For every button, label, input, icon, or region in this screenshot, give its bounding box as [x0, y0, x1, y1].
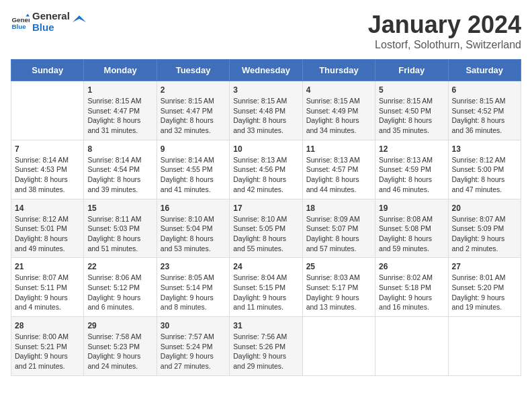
- sunrise-text: Sunrise: 8:15 AM: [161, 97, 214, 105]
- sunset-text: Sunset: 5:07 PM: [306, 224, 359, 232]
- title-area: January 2024 Lostorf, Solothurn, Switzer…: [368, 11, 521, 51]
- day-cell: 25Sunrise: 8:03 AMSunset: 5:17 PMDayligh…: [302, 258, 375, 317]
- sunrise-text: Sunrise: 8:13 AM: [233, 156, 287, 164]
- sunrise-text: Sunrise: 8:07 AM: [15, 273, 69, 281]
- sunset-text: Sunset: 5:26 PM: [233, 342, 285, 351]
- sunrise-text: Sunrise: 8:09 AM: [306, 215, 360, 223]
- day-number: 19: [379, 203, 444, 213]
- daylight-text: Daylight: 8 hoursand 42 minutes.: [233, 175, 286, 193]
- sunrise-text: Sunrise: 8:08 AM: [379, 215, 433, 223]
- sunrise-text: Sunrise: 8:15 AM: [452, 97, 506, 105]
- daylight-text: Daylight: 8 hoursand 31 minutes.: [87, 116, 140, 134]
- daylight-text: Daylight: 9 hoursand 8 minutes.: [161, 293, 214, 312]
- day-number: 4: [306, 85, 371, 95]
- header-friday: Friday: [375, 60, 448, 81]
- daylight-text: Daylight: 8 hoursand 55 minutes.: [233, 234, 286, 253]
- sunset-text: Sunset: 5:17 PM: [306, 283, 359, 291]
- sunrise-text: Sunrise: 8:10 AM: [161, 215, 214, 223]
- page-header: General Blue General Blue January 2024 L…: [11, 11, 521, 51]
- week-row-3: 14Sunrise: 8:12 AMSunset: 5:01 PMDayligh…: [11, 199, 521, 258]
- sunset-text: Sunset: 5:18 PM: [379, 283, 431, 291]
- day-number: 2: [161, 85, 226, 95]
- day-cell: 10Sunrise: 8:13 AMSunset: 4:56 PMDayligh…: [230, 140, 302, 199]
- daylight-text: Daylight: 8 hoursand 32 minutes.: [161, 116, 214, 134]
- sunrise-text: Sunrise: 8:15 AM: [233, 97, 287, 105]
- day-cell: [302, 317, 375, 376]
- day-cell: 28Sunrise: 8:00 AMSunset: 5:21 PMDayligh…: [11, 317, 84, 376]
- daylight-text: Daylight: 8 hoursand 53 minutes.: [161, 234, 214, 253]
- day-detail: Sunrise: 8:10 AMSunset: 5:04 PMDaylight:…: [161, 214, 226, 254]
- day-detail: Sunrise: 8:04 AMSunset: 5:15 PMDaylight:…: [233, 273, 298, 312]
- logo-icon: General Blue: [11, 13, 30, 32]
- day-number: 10: [233, 144, 298, 154]
- week-row-5: 28Sunrise: 8:00 AMSunset: 5:21 PMDayligh…: [11, 317, 521, 376]
- sunrise-text: Sunrise: 8:12 AM: [452, 156, 506, 164]
- sunset-text: Sunset: 4:56 PM: [233, 165, 285, 173]
- daylight-text: Daylight: 8 hoursand 46 minutes.: [379, 175, 432, 193]
- day-detail: Sunrise: 8:02 AMSunset: 5:18 PMDaylight:…: [379, 273, 444, 312]
- sunrise-text: Sunrise: 8:00 AM: [15, 332, 69, 340]
- sunrise-text: Sunrise: 8:06 AM: [87, 273, 141, 281]
- sunrise-text: Sunrise: 7:58 AM: [87, 332, 141, 340]
- sunset-text: Sunset: 5:14 PM: [161, 283, 213, 291]
- day-detail: Sunrise: 8:13 AMSunset: 4:57 PMDaylight:…: [306, 155, 371, 195]
- daylight-text: Daylight: 8 hoursand 59 minutes.: [379, 234, 432, 253]
- sunset-text: Sunset: 5:21 PM: [15, 342, 67, 351]
- week-row-2: 7Sunrise: 8:14 AMSunset: 4:53 PMDaylight…: [11, 140, 521, 199]
- svg-text:Blue: Blue: [11, 22, 26, 30]
- day-detail: Sunrise: 8:07 AMSunset: 5:11 PMDaylight:…: [15, 273, 80, 312]
- day-cell: 5Sunrise: 8:15 AMSunset: 4:50 PMDaylight…: [375, 81, 448, 140]
- daylight-text: Daylight: 8 hoursand 57 minutes.: [306, 234, 359, 253]
- day-detail: Sunrise: 7:56 AMSunset: 5:26 PMDaylight:…: [233, 332, 298, 371]
- sunrise-text: Sunrise: 8:14 AM: [15, 156, 69, 164]
- daylight-text: Daylight: 8 hoursand 35 minutes.: [379, 116, 432, 134]
- day-cell: 22Sunrise: 8:06 AMSunset: 5:12 PMDayligh…: [84, 258, 157, 317]
- logo-blue: Blue: [32, 22, 70, 34]
- day-cell: 21Sunrise: 8:07 AMSunset: 5:11 PMDayligh…: [11, 258, 84, 317]
- daylight-text: Daylight: 9 hoursand 13 minutes.: [306, 293, 359, 312]
- daylight-text: Daylight: 8 hoursand 38 minutes.: [15, 175, 68, 193]
- svg-marker-2: [26, 13, 30, 16]
- sunset-text: Sunset: 4:47 PM: [87, 107, 140, 115]
- sunset-text: Sunset: 4:52 PM: [452, 107, 504, 115]
- day-detail: Sunrise: 8:15 AMSunset: 4:52 PMDaylight:…: [452, 96, 517, 136]
- sunrise-text: Sunrise: 8:07 AM: [452, 215, 506, 223]
- sunrise-text: Sunrise: 8:15 AM: [87, 97, 141, 105]
- day-cell: [11, 81, 84, 140]
- day-cell: [375, 317, 448, 376]
- day-detail: Sunrise: 8:12 AMSunset: 5:00 PMDaylight:…: [452, 155, 517, 195]
- day-cell: 11Sunrise: 8:13 AMSunset: 4:57 PMDayligh…: [302, 140, 375, 199]
- sunset-text: Sunset: 4:47 PM: [161, 107, 213, 115]
- daylight-text: Daylight: 9 hoursand 19 minutes.: [452, 293, 505, 312]
- day-detail: Sunrise: 7:57 AMSunset: 5:24 PMDaylight:…: [161, 332, 226, 371]
- day-number: 15: [87, 203, 152, 213]
- sunset-text: Sunset: 5:00 PM: [452, 165, 504, 173]
- sunrise-text: Sunrise: 8:10 AM: [233, 215, 287, 223]
- sunset-text: Sunset: 5:05 PM: [233, 224, 285, 232]
- calendar-header-row: SundayMondayTuesdayWednesdayThursdayFrid…: [11, 60, 521, 81]
- sunrise-text: Sunrise: 8:11 AM: [87, 215, 141, 223]
- day-number: 23: [161, 262, 226, 271]
- day-number: 6: [452, 85, 517, 95]
- daylight-text: Daylight: 9 hoursand 24 minutes.: [87, 352, 140, 370]
- day-number: 3: [233, 85, 298, 95]
- sunset-text: Sunset: 4:55 PM: [161, 165, 213, 173]
- daylight-text: Daylight: 8 hoursand 39 minutes.: [87, 175, 140, 193]
- day-detail: Sunrise: 8:13 AMSunset: 4:59 PMDaylight:…: [379, 155, 444, 195]
- day-detail: Sunrise: 8:15 AMSunset: 4:48 PMDaylight:…: [233, 96, 298, 136]
- day-number: 30: [161, 321, 226, 330]
- daylight-text: Daylight: 8 hoursand 41 minutes.: [161, 175, 214, 193]
- sunrise-text: Sunrise: 8:13 AM: [306, 156, 360, 164]
- daylight-text: Daylight: 8 hoursand 36 minutes.: [452, 116, 505, 134]
- day-number: 29: [87, 321, 152, 330]
- day-number: 25: [306, 262, 371, 271]
- calendar-table: SundayMondayTuesdayWednesdayThursdayFrid…: [11, 59, 521, 376]
- sunrise-text: Sunrise: 8:12 AM: [15, 215, 69, 223]
- daylight-text: Daylight: 9 hoursand 11 minutes.: [233, 293, 286, 312]
- day-number: 9: [161, 144, 226, 154]
- calendar-subtitle: Lostorf, Solothurn, Switzerland: [368, 39, 521, 51]
- week-row-1: 1Sunrise: 8:15 AMSunset: 4:47 PMDaylight…: [11, 81, 521, 140]
- sunset-text: Sunset: 4:54 PM: [87, 165, 140, 173]
- day-detail: Sunrise: 8:00 AMSunset: 5:21 PMDaylight:…: [15, 332, 80, 371]
- day-number: 17: [233, 203, 298, 213]
